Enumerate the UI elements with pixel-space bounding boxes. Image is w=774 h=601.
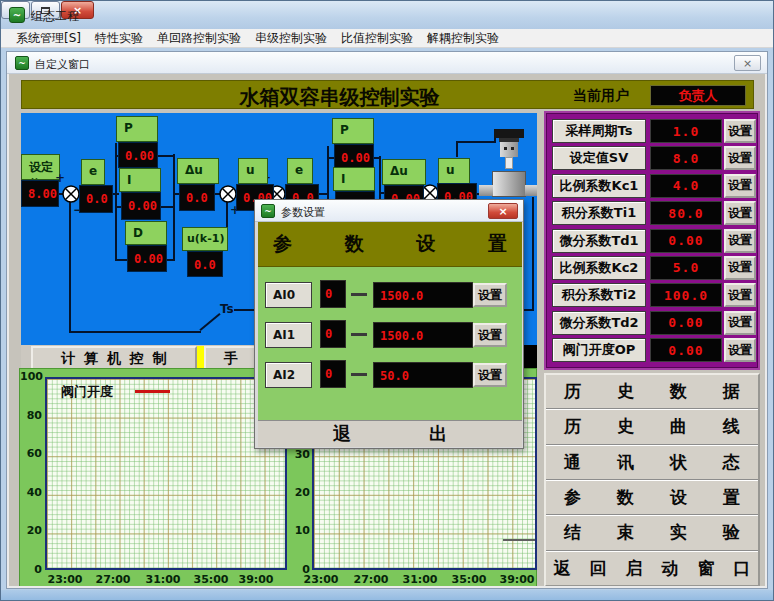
menu-decouple-exp[interactable]: 解耦控制实验 bbox=[420, 29, 506, 48]
left-xtick-2: 27:00 bbox=[93, 573, 133, 586]
menu-cascade-exp[interactable]: 串级控制实验 bbox=[248, 29, 334, 48]
param-row-td1: 微分系数Td1 0.00 设置 bbox=[546, 229, 758, 253]
menu-system[interactable]: 系统管理[S] bbox=[9, 29, 88, 48]
menubar: 系统管理[S] 特性实验 单回路控制实验 串级控制实验 比值控制实验 解耦控制实… bbox=[1, 29, 774, 48]
loop1-i-label: I bbox=[119, 168, 161, 192]
custom-window-close-button[interactable]: × bbox=[734, 55, 761, 71]
dialog-exit-button[interactable]: 退 出 bbox=[258, 420, 522, 447]
ai2-low-field[interactable]: 0 bbox=[320, 360, 346, 388]
menu-ratio-exp[interactable]: 比值控制实验 bbox=[334, 29, 420, 48]
loop1-d-value: 0.00 bbox=[127, 245, 167, 272]
param-row-op: 阀门开度OP 0.00 设置 bbox=[546, 338, 758, 362]
set-button[interactable]: 设置 bbox=[724, 338, 756, 362]
history-curve-button[interactable]: 历 史 曲 线 bbox=[546, 409, 758, 444]
loop1-du-value: 0.0 bbox=[179, 184, 215, 211]
dialog-close-button[interactable]: × bbox=[488, 203, 518, 219]
comm-status-button[interactable]: 通 讯 状 态 bbox=[546, 445, 758, 480]
loop1-p-label: P bbox=[116, 116, 158, 142]
loop1-du-label: Δu bbox=[177, 158, 219, 184]
param-row-ti1: 积分系数Ti1 80.0 设置 bbox=[546, 201, 758, 225]
param-row-kc2: 比例系数Kc2 5.0 设置 bbox=[546, 256, 758, 280]
param-row-ti2: 积分系数Ti2 100.0 设置 bbox=[546, 283, 758, 307]
ai0-low-field[interactable]: 0 bbox=[320, 280, 346, 308]
param-label: 设定值SV bbox=[552, 146, 646, 170]
right-xtick-2: 27:00 bbox=[351, 573, 391, 586]
set-button[interactable]: 设置 bbox=[724, 229, 756, 253]
loop1-p-value: 0.00 bbox=[118, 142, 158, 168]
ai2-set-button[interactable]: 设置 bbox=[473, 363, 507, 387]
range-dash bbox=[351, 333, 367, 336]
banner: 水箱双容串级控制实验 当前用户 负责人 bbox=[21, 80, 754, 109]
param-label: 积分系数Ti1 bbox=[552, 201, 646, 225]
param-value: 8.0 bbox=[650, 146, 722, 170]
right-xtick-3: 31:00 bbox=[400, 573, 440, 586]
ai0-high-field[interactable]: 1500.0 bbox=[373, 282, 473, 308]
set-button[interactable]: 设置 bbox=[724, 283, 756, 307]
channel-label-ai0: AI0 bbox=[265, 282, 312, 308]
dialog-icon: ~ bbox=[261, 204, 275, 218]
left-xtick-3: 31:00 bbox=[143, 573, 183, 586]
app-window: ~ 组态工程 – × 系统管理[S] 特性实验 单回路控制实验 串级控制实验 比… bbox=[0, 0, 774, 601]
loop2-du-label: Δu bbox=[382, 159, 426, 185]
param-value: 80.0 bbox=[650, 201, 722, 225]
window-titlebar: ~ 组态工程 – × bbox=[1, 1, 774, 29]
menu-single-loop-exp[interactable]: 单回路控制实验 bbox=[150, 29, 248, 48]
ai1-high-field[interactable]: 1500.0 bbox=[373, 322, 473, 348]
left-ytick-60: 60 bbox=[20, 447, 42, 460]
parameter-panel: 采样周期Ts 1.0 设置 设定值SV 8.0 设置 比例系数Kc1 4.0 设… bbox=[544, 111, 760, 370]
page-title: 水箱双容串级控制实验 bbox=[197, 84, 482, 111]
param-value: 0.00 bbox=[650, 311, 722, 335]
custom-window-icon: ~ bbox=[15, 56, 29, 70]
left-xtick-5: 39:00 bbox=[236, 573, 276, 586]
param-value: 1.0 bbox=[650, 119, 722, 143]
loop1-u-label: u bbox=[238, 158, 268, 184]
loop2-p-label: P bbox=[332, 118, 374, 144]
dialog-body: AI0 0 1500.0 设置 AI1 0 1500.0 设置 AI2 0 50… bbox=[258, 267, 522, 420]
loop2-e-label: e bbox=[287, 158, 313, 184]
window-bottom-border bbox=[1, 590, 774, 601]
param-settings-dialog: ~ 参数设置 × 参 数 设 置 AI0 0 1500.0 设置 AI1 0 1… bbox=[254, 199, 524, 449]
history-data-button[interactable]: 历 史 数 据 bbox=[546, 375, 758, 409]
param-label: 积分系数Ti2 bbox=[552, 283, 646, 307]
set-button[interactable]: 设置 bbox=[724, 311, 756, 335]
set-button[interactable]: 设置 bbox=[724, 174, 756, 198]
left-xtick-4: 35:00 bbox=[191, 573, 231, 586]
loop1-uk1-value: 0.0 bbox=[187, 251, 223, 277]
ai1-set-button[interactable]: 设置 bbox=[473, 323, 507, 347]
set-button[interactable]: 设置 bbox=[724, 146, 756, 170]
param-label: 微分系数Td1 bbox=[552, 229, 646, 253]
end-experiment-button[interactable]: 结 束 实 验 bbox=[546, 515, 758, 550]
menu-characteristic-exp[interactable]: 特性实验 bbox=[88, 29, 150, 48]
right-ytick-10: 10 bbox=[288, 524, 310, 537]
level-trace-segment bbox=[503, 539, 535, 541]
loop2-i-label: I bbox=[333, 167, 375, 191]
ai2-high-field[interactable]: 50.0 bbox=[373, 362, 473, 388]
set-button[interactable]: 设置 bbox=[724, 201, 756, 225]
param-label: 微分系数Td2 bbox=[552, 311, 646, 335]
param-row-ts: 采样周期Ts 1.0 设置 bbox=[546, 119, 758, 143]
current-user-value: 负责人 bbox=[650, 85, 746, 106]
right-ytick-20: 20 bbox=[288, 486, 310, 499]
dialog-titlebar[interactable]: ~ 参数设置 × bbox=[255, 200, 523, 222]
loop1-uk1-label: u(k-1) bbox=[182, 227, 228, 251]
return-start-window-button[interactable]: 返 回 启 动 窗 口 bbox=[546, 551, 758, 585]
set-button[interactable]: 设置 bbox=[724, 256, 756, 280]
set-button[interactable]: 设置 bbox=[724, 119, 756, 143]
sum-junction-1 bbox=[62, 185, 80, 203]
left-xtick-1: 23:00 bbox=[45, 573, 85, 586]
param-settings-button[interactable]: 参 数 设 置 bbox=[546, 480, 758, 515]
loop1-d-label: D bbox=[125, 221, 167, 245]
ai1-low-field[interactable]: 0 bbox=[320, 320, 346, 348]
nav-panel: 历 史 数 据 历 史 曲 线 通 讯 状 态 参 数 设 置 结 束 实 验 … bbox=[544, 373, 760, 586]
setpoint-value: 8.00 bbox=[21, 180, 59, 207]
sum-junction-2 bbox=[219, 185, 237, 203]
param-label: 采样周期Ts bbox=[552, 119, 646, 143]
valve-opening-chart-plot: 阀门开度 bbox=[45, 377, 287, 570]
custom-window-client: 水箱双容串级控制实验 当前用户 负责人 bbox=[9, 74, 765, 586]
loop1-i-value: 0.00 bbox=[121, 192, 161, 220]
ai0-set-button[interactable]: 设置 bbox=[473, 283, 507, 307]
range-dash bbox=[351, 293, 367, 296]
loop1-e-value: 0.0 bbox=[79, 185, 113, 213]
param-label: 比例系数Kc2 bbox=[552, 256, 646, 280]
channel-label-ai2: AI2 bbox=[265, 362, 312, 388]
